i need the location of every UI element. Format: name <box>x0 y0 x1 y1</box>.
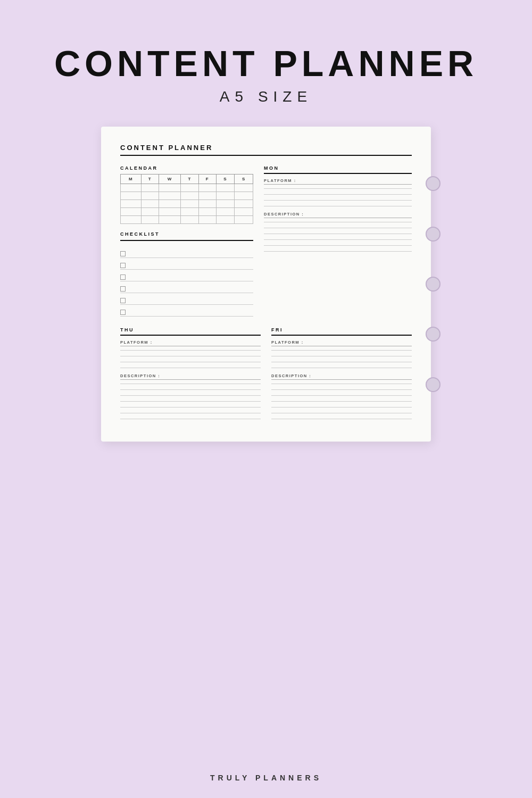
checkbox-5[interactable] <box>120 298 126 303</box>
sheet-title: CONTENT PLANNER <box>120 144 412 152</box>
content-area: CONTENT PLANNER CALENDAR M T W T F <box>0 127 532 763</box>
cal-row-2 <box>121 192 253 200</box>
ring-1 <box>426 176 440 191</box>
top-two-col: CALENDAR M T W T F S S <box>120 163 412 317</box>
checklist-item-1 <box>120 246 253 258</box>
planner-sheet: CONTENT PLANNER CALENDAR M T W T F <box>101 127 431 442</box>
thu-platform-label: PLATFORM : <box>120 340 261 345</box>
fri-description-label: DESCRIPTION : <box>271 373 412 378</box>
checklist-section: CHECKLIST <box>120 231 253 317</box>
ring-3 <box>426 277 440 292</box>
ring-binders <box>426 127 440 442</box>
ring-5 <box>426 377 440 392</box>
page-title: CONTENT PLANNER <box>54 43 478 84</box>
page-header: CONTENT PLANNER A5 SIZE <box>54 0 478 105</box>
checklist-item-4 <box>120 281 253 293</box>
thu-platform-line <box>120 346 261 346</box>
cal-day-f: F <box>198 174 216 184</box>
mon-label: MON <box>264 165 412 171</box>
right-column: MON PLATFORM : DESCRIPTION : <box>264 163 412 317</box>
fri-platform-line <box>271 346 412 346</box>
thu-blank-area <box>120 350 261 368</box>
left-column: CALENDAR M T W T F S S <box>120 163 253 317</box>
cal-day-w: W <box>159 174 180 184</box>
fri-label: FRI <box>271 327 412 332</box>
cal-day-t1: T <box>141 174 159 184</box>
ring-4 <box>426 327 440 342</box>
checkbox-4[interactable] <box>120 286 126 292</box>
mon-description-label: DESCRIPTION : <box>264 212 412 217</box>
thu-label: THU <box>120 327 261 332</box>
checklist-divider <box>120 240 253 241</box>
ring-2 <box>426 227 440 242</box>
checklist-item-5 <box>120 293 253 305</box>
sheet-title-divider <box>120 155 412 156</box>
bottom-section: THU PLATFORM : DESCRIPTION : <box>120 325 412 425</box>
checklist-item-2 <box>120 258 253 270</box>
cal-row-3 <box>121 200 253 208</box>
thu-divider <box>120 335 261 336</box>
fri-divider <box>271 335 412 336</box>
cal-row-4 <box>121 208 253 216</box>
cal-day-s1: S <box>216 174 235 184</box>
mon-platform-line <box>264 184 412 185</box>
checkbox-1[interactable] <box>120 251 126 256</box>
cal-row-5 <box>121 216 253 224</box>
checklist-item-6 <box>120 305 253 317</box>
footer-brand: TRULY PLANNERS <box>210 763 322 798</box>
calendar-label: CALENDAR <box>120 165 253 171</box>
cal-row-1 <box>121 184 253 192</box>
mon-platform-label: PLATFORM : <box>264 178 412 183</box>
cal-day-m: M <box>121 174 142 184</box>
mon-divider <box>264 173 412 174</box>
thu-description-label: DESCRIPTION : <box>120 373 261 378</box>
checklist-item-3 <box>120 270 253 281</box>
checkbox-6[interactable] <box>120 310 126 315</box>
calendar-header-row: M T W T F S S <box>121 174 253 184</box>
calendar-grid: M T W T F S S <box>120 174 253 224</box>
fri-desc-line <box>271 379 412 380</box>
page-subtitle: A5 SIZE <box>54 88 478 105</box>
fri-blank-area <box>271 350 412 368</box>
fri-platform-label: PLATFORM : <box>271 340 412 345</box>
thu-desc-line <box>120 379 261 380</box>
mon-blank-area <box>264 188 412 206</box>
fri-column: FRI PLATFORM : DESCRIPTION : <box>271 325 412 425</box>
checklist-label: CHECKLIST <box>120 231 253 237</box>
mon-desc-line <box>264 218 412 218</box>
cal-day-t2: T <box>181 174 198 184</box>
thu-column: THU PLATFORM : DESCRIPTION : <box>120 325 261 425</box>
cal-day-s2: S <box>235 174 253 184</box>
checkbox-2[interactable] <box>120 263 126 268</box>
checkbox-3[interactable] <box>120 275 126 280</box>
